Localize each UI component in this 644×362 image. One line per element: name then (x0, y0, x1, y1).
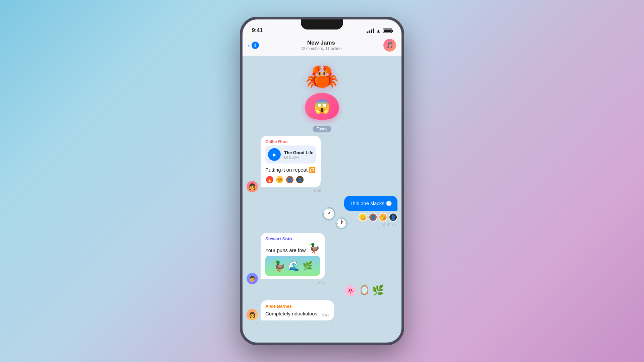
play-icon: ▶ (273, 152, 276, 157)
alice-sender-name: Alice Barnes (265, 304, 329, 309)
stewart-bubble[interactable]: Stewart Soto Your puns are fow 🦆 🦆 🌊 🌿 (261, 233, 325, 279)
reaction-face4[interactable]: 👤 (389, 213, 397, 222)
reaction-face2[interactable]: 👤 (296, 175, 304, 184)
reaction-smirk[interactable]: 😋 (359, 213, 367, 222)
callie-message-text: Putting it on repeat 🔁 (265, 166, 315, 173)
date-pill: Today (313, 126, 331, 132)
outgoing-bubble[interactable]: This one slacks 🕐 (344, 196, 397, 211)
avatar-emoji: 🎵 (386, 42, 393, 49)
back-button[interactable]: ‹ 3 (248, 42, 259, 49)
crab-sticker: 🦀 (305, 61, 339, 91)
grass-sticker: 🌿 (372, 284, 384, 297)
battery-icon (383, 28, 392, 33)
outgoing-timestamp: 9:40 ✓✓ (344, 223, 397, 227)
stewart-bubble-container: Stewart Soto Your puns are fow 🦆 🦆 🌊 🌿 (261, 233, 325, 284)
stewart-timestamp: 9:41 (261, 280, 325, 284)
phone-frame: 9:41 ▲ ‹ 3 New Jams 42 members, 11 onlin… (240, 17, 404, 345)
message-row-stewart: 👨 Stewart Soto Your puns are fow 🦆 🦆 (247, 233, 397, 284)
garden-stickers: 🌸 🪞 🌿 (247, 284, 384, 297)
monster-sticker: 😱 (305, 93, 339, 120)
back-chevron-icon: ‹ (248, 42, 250, 49)
outgoing-bubble-container: This one slacks 🕐 😋 👤 😘 👤 9:40 ✓✓ (344, 196, 397, 227)
flower-sticker: 🌸 (344, 284, 357, 297)
stewart-sticker-inline: 🦆 (308, 243, 320, 254)
play-button[interactable]: ▶ (268, 148, 281, 161)
plant-emoji: 🌿 (303, 261, 313, 270)
stewart-message-text: Your puns are fow (265, 247, 306, 254)
bubble-callie: Callie Rios ▶ The Good Life Lil Ducky (261, 136, 321, 192)
group-name[interactable]: New Jams (262, 40, 381, 46)
stewart-message-row: Your puns are fow 🦆 (265, 243, 320, 254)
track-artist: Lil Ducky (284, 155, 313, 159)
outgoing-time-value: 9:40 (383, 223, 390, 227)
track-title: The Good Life (284, 150, 313, 155)
outgoing-message-text: This one slacks 🕐 (350, 200, 392, 206)
reaction-smile[interactable]: 😍 (275, 175, 284, 184)
chat-scroll[interactable]: 🦀 😱 Today 👩 (243, 56, 401, 328)
duck-sticker-container: 🦆 🌊 🌿 (265, 256, 320, 276)
reaction-heart[interactable]: 🔥 (265, 175, 274, 184)
stewart-avatar-icon: 👨 (249, 276, 256, 282)
clock-sticker-1: 🕐 (321, 207, 336, 221)
group-avatar[interactable]: 🎵 (383, 39, 396, 52)
alice-message-row: Completely riduckulous. 9:41 (265, 310, 329, 317)
avatar-callie: 👩 (247, 181, 258, 192)
message-row-callie: 👩 Callie Rios ▶ The Good Life (247, 136, 397, 192)
duck-emoji: 🦆 (273, 260, 285, 272)
alice-bubble-container: Alice Barnes Completely riduckulous. 9:4… (261, 300, 334, 320)
avatar-alice: 👩 (247, 309, 258, 320)
music-player[interactable]: ▶ The Good Life Lil Ducky (265, 145, 316, 164)
message-row-outgoing: This one slacks 🕐 😋 👤 😘 👤 9:40 ✓✓ (247, 196, 397, 227)
message-text-row: Putting it on repeat 🔁 (265, 166, 316, 173)
outgoing-reactions: 😋 👤 😘 👤 (344, 213, 397, 222)
members-info: 42 members, 11 online (262, 46, 381, 51)
header-center: New Jams 42 members, 11 online (262, 40, 381, 51)
alice-avatar-icon: 👩 (249, 312, 256, 318)
double-check-icon: ✓✓ (391, 223, 397, 227)
status-time: 9:41 (252, 27, 263, 34)
callie-message-bubble[interactable]: Callie Rios ▶ The Good Life Lil Ducky (261, 136, 321, 187)
chat-header: ‹ 3 New Jams 42 members, 11 online 🎵 (243, 36, 401, 56)
alice-message-text: Completely riduckulous. (265, 310, 319, 317)
date-separator: Today (247, 126, 397, 132)
status-icons: ▲ (367, 28, 392, 34)
reaction-face1[interactable]: 👤 (285, 175, 294, 184)
mirror-sticker: 🪞 (359, 284, 370, 297)
music-info: The Good Life Lil Ducky (284, 150, 313, 159)
callie-reactions: 🔥 😍 👤 👤 (265, 175, 316, 184)
alice-bubble[interactable]: Alice Barnes Completely riduckulous. 9:4… (261, 300, 334, 320)
reaction-wink[interactable]: 😘 (379, 213, 387, 222)
notch (301, 19, 343, 29)
stewart-sender-name: Stewart Soto (265, 236, 320, 241)
avatar-stewart: 👨 (247, 273, 258, 284)
callie-avatar-icon: 👩 (249, 183, 256, 190)
wave-emoji: 🌊 (288, 260, 300, 272)
clock-sticker-2: 🕐 (335, 217, 348, 230)
phone-screen: 9:41 ▲ ‹ 3 New Jams 42 members, 11 onlin… (243, 19, 401, 343)
callie-timestamp: 9:39 (261, 188, 321, 192)
callie-sender-name: Callie Rios (265, 139, 316, 144)
chat-background: 🦀 😱 Today 👩 (243, 56, 401, 343)
decorative-sticker-top: 🦀 (305, 60, 339, 90)
message-row-alice: 👩 Alice Barnes Completely riduckulous. 9… (247, 300, 397, 320)
alice-timestamp: 9:41 (322, 313, 329, 317)
wifi-icon: ▲ (376, 28, 381, 34)
unread-badge: 3 (252, 42, 259, 49)
battery-fill (384, 29, 391, 32)
reaction-face3[interactable]: 👤 (369, 213, 377, 222)
signal-bars-icon (367, 28, 374, 33)
